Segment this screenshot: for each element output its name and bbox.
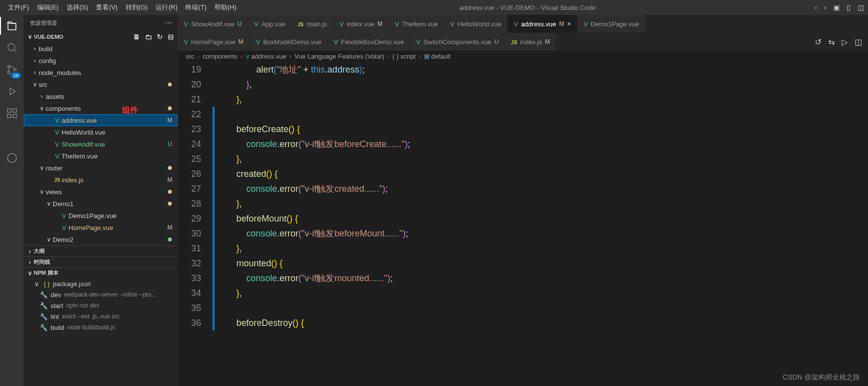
editor-tab[interactable]: Vindex.vueM [334,15,389,33]
breadcrumb-item[interactable]: { } script [392,53,416,60]
editor-tab[interactable]: JSmain.js [291,15,333,33]
editor-tab[interactable]: VBoxModelDemo.vue [250,33,328,51]
npm-script[interactable]: 🔧devwebpack-dev-server --inline --pro... [24,289,178,300]
run-debug-icon[interactable] [5,84,19,98]
code-editor[interactable]: 192021222324252627282930313233343536 ale… [178,62,868,386]
folder-item[interactable]: ›build [24,43,178,55]
editor-tab[interactable]: JSindex.jsM [505,33,556,51]
file-item[interactable]: VTheItem.vue [24,150,178,162]
breadcrumb-item[interactable]: V address.vue [246,53,287,60]
svg-point-2 [8,72,10,74]
folder-item[interactable]: ∨views [24,186,178,198]
tree-label: Demo1 [53,200,168,208]
folder-item[interactable]: ∨router [24,162,178,174]
svg-rect-6 [13,114,16,118]
menu-item[interactable]: 编辑(E) [33,3,63,12]
explorer-title: 资源管理器 [30,19,57,27]
run-icon[interactable]: ▷ [842,37,848,47]
layout-icon[interactable]: ▯ [847,3,851,11]
npm-script[interactable]: 🔧linteslint --ext .js,.vue src [24,311,178,322]
layout-icon[interactable]: ◫ [858,3,864,11]
breadcrumb-item[interactable]: components [203,53,238,60]
npm-package[interactable]: ∨{ }package.json [24,278,178,289]
vue-icon: V [184,38,188,46]
editor-tab[interactable]: VSwitchComponents.vueU [410,33,505,51]
search-icon[interactable] [5,41,19,55]
watermark: CSDN @架构师全栈之路 [783,373,860,382]
editor-tab[interactable]: VHelloWorld.vue [444,15,508,33]
editor-area: VShowAndIf.vueUVApp.vueJSmain.jsVindex.v… [178,15,868,386]
section-header[interactable]: ›时间线 [24,256,178,267]
file-item[interactable]: Vaddress.vueM [24,114,178,126]
file-item[interactable]: VDemo1Page.vue [24,210,178,222]
more-icon[interactable]: ⋯ [165,19,172,27]
file-item[interactable]: VShowAndIf.vueU [24,138,178,150]
vue-icon: V [53,153,62,160]
new-folder-icon[interactable]: 🗀 [145,33,152,41]
file-item[interactable]: VHomePage.vueM [24,222,178,233]
folder-item[interactable]: ∨Demo1 [24,198,178,210]
editor-tab[interactable]: VHomePage.vueM [178,33,250,51]
file-item[interactable]: JSindex.jsM [24,174,178,186]
tree-label: ShowAndIf.vue [62,141,166,148]
menu-item[interactable]: 终端(T) [181,3,211,12]
split-icon[interactable]: ◫ [855,37,862,47]
tree-label: index.js [62,176,166,184]
layout-icon[interactable]: ▣ [833,3,840,11]
layout-icon[interactable]: ▫ [824,3,826,11]
tree-label: HelloWorld.vue [62,129,174,136]
menu-item[interactable]: 转到(G) [122,3,152,12]
editor-tab[interactable]: Vaddress.vueM× [507,15,578,33]
collapse-icon[interactable]: ⊟ [168,33,174,41]
npm-script[interactable]: 🔧startnpm run dev [24,300,178,311]
vue-icon: V [583,20,588,28]
vue-icon: V [53,129,62,136]
wrench-icon: 🔧 [40,302,48,309]
menu-item[interactable]: 运行(R) [151,3,181,12]
refresh-icon[interactable]: ↻ [157,33,163,41]
menu-item[interactable]: 查看(V) [92,3,121,12]
folder-item[interactable]: ∨components [24,102,178,114]
layout-icon[interactable]: ▫ [814,3,817,11]
menu-item[interactable]: 文件(F) [4,3,33,12]
breadcrumb-item[interactable]: Vue Language Features (Volar) [294,53,384,60]
tree-label: router [46,164,168,172]
section-header[interactable]: ›大纲 [24,245,178,256]
vue-icon: V [256,38,260,46]
diff-icon[interactable]: ⇆ [828,37,835,47]
file-item[interactable]: VHelloWorld.vue [24,126,178,138]
folder-item[interactable]: ›config [24,55,178,67]
history-icon[interactable]: ↺ [815,37,821,47]
editor-tab[interactable]: VShowAndIf.vueU [178,15,248,33]
menu-item[interactable]: 选择(S) [63,3,92,12]
editor-tab[interactable]: VDemo1Page.vue [578,15,646,33]
remote-icon[interactable] [5,151,19,165]
extensions-icon[interactable] [5,106,19,120]
breadcrumb-item[interactable]: src [186,53,194,60]
vue-icon: V [60,224,69,232]
folder-item[interactable]: ›node_modules [24,67,178,78]
folder-item[interactable]: ∨Demo2 [24,233,178,245]
new-file-icon[interactable]: 🗎 [133,33,140,41]
tree-label: address.vue [62,117,166,124]
menu-item[interactable]: 帮助(H) [211,3,240,12]
svg-rect-4 [7,109,11,112]
breadcrumb[interactable]: src›components›V address.vue›Vue Languag… [178,51,868,62]
editor-tab[interactable]: VTheItem.vue [389,15,444,33]
editor-tab[interactable]: VApp.vue [248,15,291,33]
tree-label: assets [46,93,174,100]
vue-icon: V [340,20,344,28]
breadcrumb-item[interactable]: ⊞ default [424,53,451,60]
js-icon: JS [511,38,517,46]
svg-rect-5 [7,114,11,118]
npm-script[interactable]: 🔧buildnode build/build.js [24,322,178,333]
sidebar: 资源管理器 ⋯ ∨ VUE-DEMO 🗎 🗀 ↻ ⊟ 组件 ›build›con… [24,15,178,386]
folder-item[interactable]: ∨src [24,78,178,90]
folder-item[interactable]: ›assets [24,90,178,102]
source-control-icon[interactable]: 18 [5,63,19,77]
explorer-icon[interactable] [5,19,19,33]
section-header[interactable]: ∨NPM 脚本 [24,267,178,278]
editor-tab[interactable]: VFlexibleBoxDemo.vue [328,33,410,51]
close-icon[interactable]: × [567,20,571,28]
project-name[interactable]: VUE-DEMO [34,34,63,40]
